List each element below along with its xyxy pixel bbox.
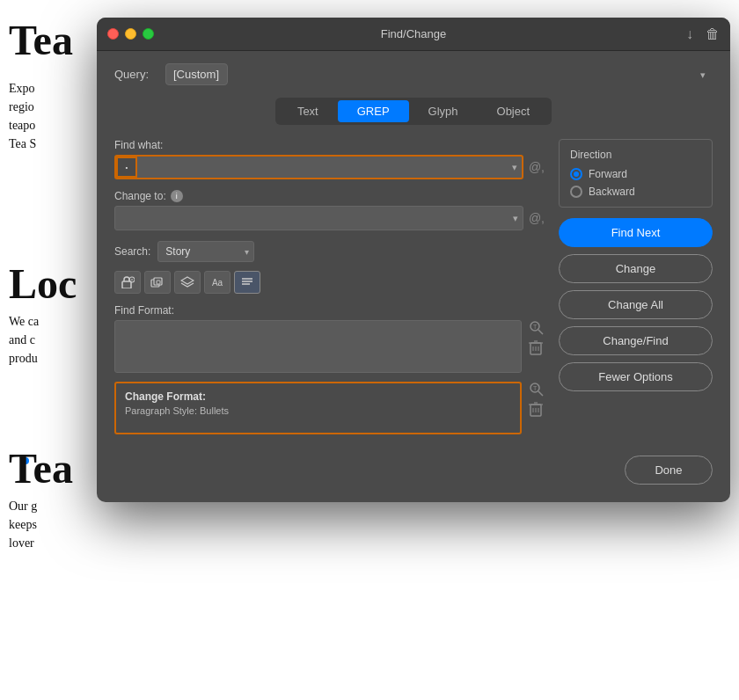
find-format-label: Find Format: bbox=[114, 304, 545, 317]
find-format-search-icon[interactable]: T bbox=[529, 320, 545, 336]
find-what-dropdown[interactable]: ▾ bbox=[508, 162, 522, 173]
doc-heading-2: Loc bbox=[9, 259, 77, 308]
svg-text:T: T bbox=[533, 324, 538, 330]
change-to-label: Change to: i bbox=[114, 190, 545, 202]
search-label: Search: bbox=[114, 245, 150, 258]
find-format-row: T bbox=[114, 320, 545, 373]
change-to-box: ▾ bbox=[114, 206, 523, 230]
doc-body-3: Our g keeps lover bbox=[9, 497, 101, 552]
query-select-wrapper: [Custom] bbox=[165, 63, 713, 85]
doc-heading-1: Tea bbox=[9, 18, 73, 64]
forward-radio-row[interactable]: Forward bbox=[570, 168, 701, 180]
svg-text:T: T bbox=[533, 385, 538, 391]
change-format-actions: T bbox=[529, 382, 545, 417]
direction-box: Direction Forward Backward bbox=[559, 139, 713, 208]
copy-lock-button[interactable] bbox=[144, 271, 171, 294]
tab-grep[interactable]: GREP bbox=[338, 100, 409, 122]
find-what-box: • ▾ bbox=[114, 155, 523, 179]
bullet-indicator: • bbox=[116, 157, 137, 178]
lock-format-button[interactable] bbox=[114, 271, 141, 294]
find-next-button[interactable]: Find Next bbox=[559, 218, 713, 247]
search-select-wrapper: Story Document All Documents Selection bbox=[157, 241, 254, 262]
change-format-title: Change Format: bbox=[125, 390, 511, 403]
forward-radio[interactable] bbox=[570, 168, 582, 180]
change-format-row: Change Format: Paragraph Style: Bullets … bbox=[114, 382, 545, 434]
backward-radio[interactable] bbox=[570, 186, 582, 198]
find-format-delete-icon[interactable] bbox=[529, 339, 545, 355]
doc-body-2: We ca and c produ bbox=[9, 312, 101, 368]
query-label: Query: bbox=[114, 68, 157, 81]
doc-heading-3: Tea bbox=[9, 444, 73, 492]
right-panel: Direction Forward Backward Find Next Cha… bbox=[559, 139, 713, 434]
svg-line-11 bbox=[538, 330, 543, 334]
maximize-button[interactable] bbox=[143, 28, 154, 40]
info-icon[interactable]: i bbox=[171, 190, 183, 202]
left-panel: Find what: • ▾ @, Change to: bbox=[114, 139, 545, 434]
search-select[interactable]: Story Document All Documents Selection bbox=[157, 241, 254, 262]
backward-label: Backward bbox=[589, 186, 635, 198]
delete-query-icon[interactable]: 🗑 bbox=[706, 26, 720, 42]
dialog-title: Find/Change bbox=[381, 27, 446, 40]
find-what-input[interactable] bbox=[139, 157, 508, 178]
tabs-row: Text GREP Glyph Object bbox=[275, 98, 552, 125]
change-format-delete-icon[interactable] bbox=[529, 401, 545, 417]
svg-line-20 bbox=[538, 391, 543, 396]
change-to-input-row: ▾ @, bbox=[114, 206, 545, 230]
change-button[interactable]: Change bbox=[559, 254, 713, 283]
change-format-box: Change Format: Paragraph Style: Bullets bbox=[114, 382, 522, 434]
change-to-group: Change to: i ▾ @, bbox=[114, 190, 545, 230]
text-format-button[interactable] bbox=[234, 271, 260, 294]
change-to-dropdown[interactable]: ▾ bbox=[509, 213, 523, 224]
tab-object[interactable]: Object bbox=[478, 100, 550, 122]
query-select[interactable]: [Custom] bbox=[165, 63, 228, 85]
backward-radio-row[interactable]: Backward bbox=[570, 186, 701, 198]
forward-label: Forward bbox=[589, 168, 627, 180]
traffic-lights bbox=[107, 28, 154, 40]
dialog-content: Query: [Custom] Text GREP Glyph Object F… bbox=[97, 51, 730, 502]
svg-marker-6 bbox=[181, 277, 194, 284]
done-row: Done bbox=[114, 448, 713, 485]
tab-glyph[interactable]: Glyph bbox=[409, 100, 478, 122]
query-row: Query: [Custom] bbox=[114, 63, 713, 85]
main-content: Find what: • ▾ @, Change to: bbox=[114, 139, 713, 434]
change-find-button[interactable]: Change/Find bbox=[559, 326, 713, 355]
change-format-box-wrapper: Change Format: Paragraph Style: Bullets bbox=[114, 382, 522, 434]
save-query-icon[interactable]: ↓ bbox=[686, 26, 693, 42]
direction-title: Direction bbox=[570, 149, 701, 161]
doc-body-1: Expo regio teapo Tea S bbox=[9, 79, 101, 153]
find-format-actions: T bbox=[529, 320, 545, 355]
change-format-search-icon[interactable]: T bbox=[529, 382, 545, 397]
change-to-input[interactable] bbox=[115, 207, 509, 230]
find-what-at-icon[interactable]: @, bbox=[529, 160, 545, 174]
find-format-box bbox=[114, 320, 522, 373]
find-change-dialog: Find/Change ↓ 🗑 Query: [Custom] Text GRE… bbox=[97, 18, 730, 502]
find-format-section: Find Format: T bbox=[114, 304, 545, 373]
fewer-options-button[interactable]: Fewer Options bbox=[559, 362, 713, 391]
tab-text[interactable]: Text bbox=[278, 100, 338, 122]
find-what-group: Find what: • ▾ @, bbox=[114, 139, 545, 179]
layers-button[interactable] bbox=[174, 271, 201, 294]
find-what-label: Find what: bbox=[114, 139, 545, 151]
search-row: Search: Story Document All Documents Sel… bbox=[114, 241, 545, 262]
change-to-at-icon[interactable]: @, bbox=[529, 211, 545, 225]
icon-toolbar: Aa bbox=[114, 271, 545, 294]
change-format-section: Change Format: Paragraph Style: Bullets … bbox=[114, 382, 545, 434]
change-all-button[interactable]: Change All bbox=[559, 290, 713, 319]
find-what-input-row: • ▾ @, bbox=[114, 155, 545, 179]
svg-rect-0 bbox=[122, 281, 131, 288]
done-button[interactable]: Done bbox=[625, 456, 713, 485]
close-button[interactable] bbox=[107, 28, 119, 40]
font-case-button[interactable]: Aa bbox=[204, 271, 230, 294]
change-format-value: Paragraph Style: Bullets bbox=[125, 405, 511, 416]
title-bar-icons: ↓ 🗑 bbox=[686, 26, 720, 42]
title-bar: Find/Change ↓ 🗑 bbox=[97, 18, 730, 51]
minimize-button[interactable] bbox=[125, 28, 136, 40]
